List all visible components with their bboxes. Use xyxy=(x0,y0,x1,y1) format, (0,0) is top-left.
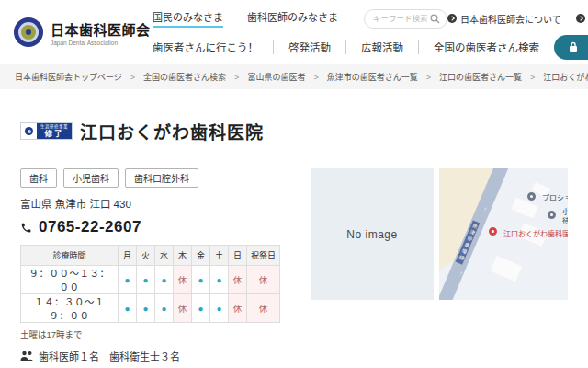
map-poi-label: 小島工業 待光寺前 xyxy=(562,208,568,225)
search-icon[interactable] xyxy=(430,14,440,24)
map-poi-label: プロショップ金山 xyxy=(542,194,568,203)
schedule-header: 金 xyxy=(192,246,210,266)
schedule-header: 水 xyxy=(155,246,174,266)
breadcrumb-separator: > xyxy=(130,73,135,82)
schedule-table: 診療時間 月 火 水 木 金 土 日 祝祭日 ９：０ xyxy=(20,245,280,323)
members-room-button[interactable]: メンバーズルーム xyxy=(554,35,588,60)
schedule-cell: ● xyxy=(137,294,155,323)
breadcrumb-current: 江口おくがわ歯科医院 xyxy=(543,71,588,83)
schedule-cell: ● xyxy=(192,294,210,323)
schedule-row-morning: ９：００～１３：００ ● ● ● 休 ● ● 休 休 xyxy=(21,266,280,294)
map-poi-label-line2: 待光寺前 xyxy=(562,217,568,225)
breadcrumb-search[interactable]: 全国の歯医者さん検索 xyxy=(143,71,226,83)
schedule-header: 診療時間 xyxy=(21,246,119,266)
badge-completed-label: 修了 xyxy=(44,130,63,138)
certification-badge-emblem xyxy=(21,123,37,139)
schedule-cell: 休 xyxy=(229,294,247,323)
schedule-cell: ● xyxy=(210,294,229,323)
staff-count: 歯科医師１名 歯科衛生士３名 xyxy=(39,349,180,363)
search-box[interactable] xyxy=(364,9,447,29)
members-room-label: メンバーズルーム xyxy=(583,17,588,76)
breadcrumb-separator: > xyxy=(313,73,318,82)
breadcrumb-prefecture[interactable]: 富山県の歯医者 xyxy=(247,71,305,83)
jda-emblem-icon xyxy=(13,17,44,48)
clinic-title-row: 生涯研修事業 修了 江口おくがわ歯科医院 xyxy=(20,119,568,144)
map-destination-marker xyxy=(489,227,497,236)
schedule-header: 火 xyxy=(137,246,155,266)
map-building xyxy=(511,197,537,218)
phone-number: 0765-22-2607 xyxy=(39,218,141,236)
schedule-cell: ● xyxy=(137,266,155,294)
breadcrumb-home[interactable]: 日本歯科医師会トップページ xyxy=(15,71,122,83)
badge-emblem-icon xyxy=(25,127,33,135)
department-tags: 歯科 小児歯科 歯科口腔外科 xyxy=(20,168,296,188)
schedule-header: 日 xyxy=(229,246,247,266)
about-link-label: 日本歯科医師会について xyxy=(460,12,561,26)
location-map[interactable]: 魚津停車場線 ↑ ↑ プロショップ金山 小島工業 待光寺前 江口おくがわ歯科医院 xyxy=(439,168,568,300)
breadcrumb-city[interactable]: 魚津市の歯医者さん一覧 xyxy=(327,71,418,83)
schedule-cell: 休 xyxy=(174,266,192,294)
breadcrumb: 日本歯科医師会トップページ > 全国の歯医者さん検索 > 富山県の歯医者 > 魚… xyxy=(0,64,588,89)
breadcrumb-separator: > xyxy=(234,73,239,82)
nav-dentists[interactable]: 歯科医師のみなさま xyxy=(247,9,338,28)
nav-awareness[interactable]: 啓発活動 xyxy=(273,40,345,54)
schedule-header: 祝祭日 xyxy=(247,246,280,266)
no-image-label: No image xyxy=(346,228,397,241)
schedule-time: ９：００～１３：００ xyxy=(21,266,119,294)
certification-badge-body: 生涯研修事業 修了 xyxy=(37,123,72,139)
schedule-header: 木 xyxy=(174,246,192,266)
about-link[interactable]: 日本歯科医師会について xyxy=(447,12,561,26)
schedule-cell: ● xyxy=(119,294,137,323)
schedule-cell: 休 xyxy=(247,294,280,323)
tag-pediatric-dentistry[interactable]: 小児歯科 xyxy=(63,168,119,188)
map-poi-label-line1: 小島工業 xyxy=(562,208,568,216)
title-divider xyxy=(20,155,568,155)
phone-icon xyxy=(20,222,32,234)
nav-dentist-search[interactable]: 全国の歯医者さん検索 xyxy=(418,40,554,54)
schedule-cell: ● xyxy=(210,266,229,294)
schedule-cell: 休 xyxy=(174,294,192,323)
map-destination-label: 江口おくがわ歯科医院 xyxy=(503,230,568,239)
site-header: 日本歯科医師会 Japan Dental Association 国民のみなさま… xyxy=(0,0,588,64)
breadcrumb-separator: > xyxy=(530,73,535,82)
chevron-circle-icon xyxy=(447,14,457,23)
schedule-cell: 休 xyxy=(247,266,280,294)
media-column: No image 魚津停車場線 ↑ ↑ プロショップ金山 小島 xyxy=(311,168,568,363)
map-building xyxy=(491,256,523,282)
site-logo[interactable]: 日本歯科医師会 Japan Dental Association xyxy=(13,17,153,48)
nav-pr[interactable]: 広報活動 xyxy=(345,40,418,54)
staff-row: 歯科医師１名 歯科衛生士３名 xyxy=(20,349,296,363)
schedule-cell: ● xyxy=(155,266,174,294)
search-input[interactable] xyxy=(371,13,430,24)
clinic-name: 江口おくがわ歯科医院 xyxy=(80,119,264,144)
phone-row: 0765-22-2607 xyxy=(20,218,296,236)
logo-title: 日本歯科医師会 xyxy=(51,19,151,39)
schedule-cell: ● xyxy=(155,294,174,323)
schedule-cell: ● xyxy=(119,266,137,294)
nav-go-to-dentist[interactable]: 歯医者さんに行こう！ xyxy=(153,40,273,54)
tag-oral-surgery[interactable]: 歯科口腔外科 xyxy=(125,168,198,188)
clinic-photo-placeholder: No image xyxy=(311,168,434,300)
nav-public[interactable]: 国民のみなさま xyxy=(153,9,223,28)
clinic-info-column: 歯科 小児歯科 歯科口腔外科 富山県 魚津市 江口 430 0765-22-26… xyxy=(20,168,296,363)
globe-circle-icon xyxy=(576,14,585,23)
clinic-address: 富山県 魚津市 江口 430 xyxy=(20,196,296,211)
page: 日本歯科医師会 Japan Dental Association 国民のみなさま… xyxy=(0,0,588,368)
schedule-cell: ● xyxy=(192,266,210,294)
map-poi-marker xyxy=(527,192,536,201)
schedule-header: 土 xyxy=(210,246,229,266)
schedule-header: 月 xyxy=(119,246,137,266)
schedule-row-afternoon: １４：３０～１９：００ ● ● ● 休 ● ● 休 休 xyxy=(21,294,280,323)
schedule-time: １４：３０～１９：００ xyxy=(21,294,119,323)
breadcrumb-area[interactable]: 江口の歯医者さん一覧 xyxy=(439,71,522,83)
map-poi-marker xyxy=(548,211,556,219)
breadcrumb-separator: > xyxy=(426,73,431,82)
certification-badge: 生涯研修事業 修了 xyxy=(20,122,73,140)
schedule-note: 土曜は17時まで xyxy=(20,328,296,340)
tag-dentistry[interactable]: 歯科 xyxy=(20,168,57,188)
main-content: 生涯研修事業 修了 江口おくがわ歯科医院 歯科 小児歯科 歯科口腔外科 富山県 … xyxy=(0,119,588,368)
schedule-cell: 休 xyxy=(229,266,247,294)
staff-icon xyxy=(20,351,33,362)
logo-subtitle: Japan Dental Association xyxy=(51,40,151,46)
lock-icon xyxy=(569,41,578,52)
